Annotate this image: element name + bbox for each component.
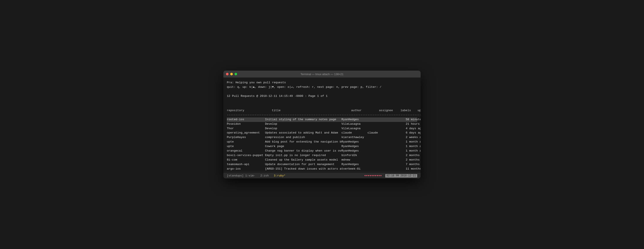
header-assignee: assignee <box>379 108 400 113</box>
table-row[interactable]: Thor Develop VileLasagna 4 days ago <box>227 126 417 131</box>
header-labels: labels <box>400 108 418 113</box>
tab-zsh[interactable]: 2:zsh <box>257 174 269 177</box>
table-row[interactable]: teamsmash-api Update documentation for p… <box>227 162 417 167</box>
status-tabs: [standups] 1:vim- 2:zsh 3:ruby* <box>227 174 286 177</box>
table-row[interactable]: Poseidon Develop VileLasagna 21 hours ag… <box>227 122 417 126</box>
table-rows: rooted-ios Initial styling of the summar… <box>227 117 417 171</box>
table: repositorytitleauthorassigneelabelsupdat… <box>227 104 417 171</box>
header-updated: updated_at <box>418 108 420 113</box>
header-title: title <box>272 108 351 113</box>
close-button[interactable] <box>226 73 228 75</box>
empty-line2 <box>227 99 417 103</box>
table-row[interactable]: operating_agreement Updates associated t… <box>227 131 417 135</box>
table-row[interactable]: boxci-services-puppet Empty init.pp is n… <box>227 153 417 158</box>
titlebar: Terminal — tmux attach — 138×21 <box>224 71 420 78</box>
tab-vim[interactable]: 1:vim- <box>245 174 255 177</box>
terminal-body[interactable]: Pra: Helping you own pull requests quit:… <box>224 78 420 171</box>
table-row[interactable]: upte Cowork page RyanHedges 1 month ago <box>227 144 417 149</box>
table-headers: repositorytitleauthorassigneelabelsupdat… <box>227 104 417 113</box>
tab-standups[interactable]: [standups] <box>227 174 244 177</box>
hearts-indicator: ♥♥♥♥♥♥♥♥♥♥ <box>364 174 382 177</box>
header-author: author <box>351 108 379 113</box>
table-row[interactable]: argo-ios [ARGO-151] Tracked down issues … <box>227 167 417 171</box>
table-separator: ----------------------------------------… <box>227 113 417 117</box>
help-line1: Pra: Helping you own pull requests <box>227 81 417 85</box>
table-row[interactable]: upte Add blog post for extending the nav… <box>227 140 417 144</box>
table-row[interactable]: rooted-ios Initial styling of the summar… <box>227 117 417 122</box>
tab-ruby[interactable]: 3:ruby* <box>270 174 285 177</box>
status-bar: [standups] 1:vim- 2:zsh 3:ruby* ♥♥♥♥♥♥♥♥… <box>224 173 420 178</box>
header-lines: Pra: Helping you own pull requests quit:… <box>227 81 417 103</box>
table-row[interactable]: 8i-com Cleaned up the Gallery sample ass… <box>227 158 417 162</box>
maximize-button[interactable] <box>234 73 237 75</box>
status-right: ♥♥♥♥♥♥♥♥♥♥ 02:16 PM 2018-12-11 <box>364 174 417 177</box>
page-info: 12 Pull Requests @ 2018-12-11 14:15:49 -… <box>227 94 417 99</box>
minimize-button[interactable] <box>230 73 233 75</box>
table-row[interactable]: orangecal Change nag banner to display w… <box>227 149 417 153</box>
header-repo: repository <box>227 108 272 113</box>
traffic-lights <box>226 73 237 75</box>
window-title: Terminal — tmux attach — 138×21 <box>300 73 344 76</box>
empty-line1 <box>227 90 417 94</box>
table-row[interactable]: PurpleHayes compression and publish kier… <box>227 135 417 140</box>
clock-display: 02:16 PM 2018-12-11 <box>385 174 417 177</box>
help-line2: quit: q, up: k|▲, down: j|▼, open: o|↵, … <box>227 85 417 90</box>
terminal-window: Terminal — tmux attach — 138×21 Pra: Hel… <box>224 71 420 178</box>
